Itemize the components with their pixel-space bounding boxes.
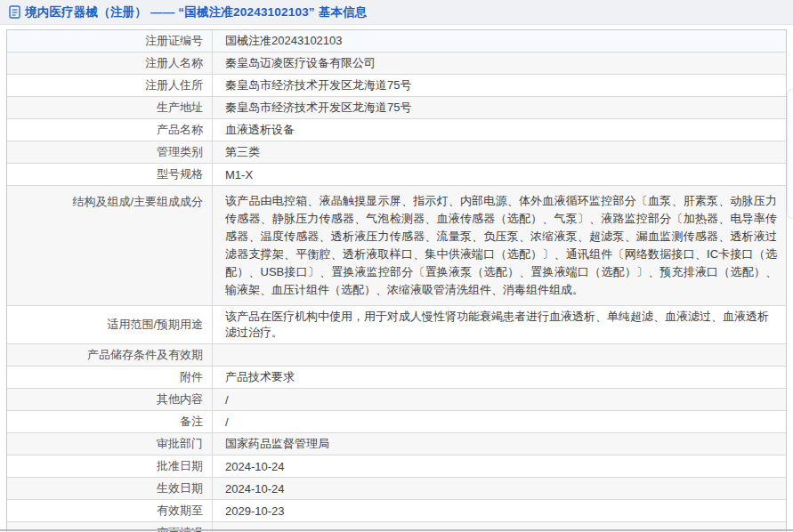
table-row-registration-number: 注册证编号 国械注准20243102103 [7, 30, 786, 52]
row-label: 型号规格 [7, 164, 213, 185]
registration-info-table: 注册证编号 国械注准20243102103 注册人名称 秦皇岛迈凌医疗设备有限公… [6, 29, 787, 532]
table-row-management-category: 管理类别 第三类 [7, 141, 786, 163]
table-row-attachment: 附件 产品技术要求 [7, 366, 786, 388]
table-row-effective-date: 生效日期 2024-10-24 [7, 477, 786, 499]
row-value: 国家药品监督管理局 [213, 433, 786, 455]
table-row-approval-department: 审批部门 国家药品监督管理局 [7, 432, 786, 455]
row-label: 适用范围/预期用途 [7, 306, 213, 343]
row-label: 备注 [7, 411, 213, 432]
table-row-other-content: 其他内容 / [7, 388, 786, 410]
table-row-model-spec: 型号规格 M1-X [7, 163, 786, 185]
row-value: M1-X [213, 164, 786, 185]
table-row-structure-composition: 结构及组成/主要组成成分 该产品由电控箱、液晶触摸显示屏、指示灯、内部电源、体外… [7, 185, 786, 305]
table-row-expiry-date: 有效期至 2029-10-23 [7, 499, 786, 521]
row-label: 注册人住所 [7, 75, 213, 96]
row-label: 批准日期 [7, 455, 213, 477]
table-row-storage-conditions: 产品储存条件及有效期 [7, 343, 786, 366]
row-value: / [213, 411, 786, 432]
row-value: 2029-10-23 [213, 500, 786, 521]
row-value: 第三类 [213, 141, 786, 163]
row-value: 产品技术要求 [213, 367, 786, 388]
table-row-registrant-name: 注册人名称 秦皇岛迈凌医疗设备有限公司 [7, 52, 786, 74]
row-value: 秦皇岛迈凌医疗设备有限公司 [213, 52, 786, 74]
row-value: 2024-10-24 [213, 455, 786, 477]
row-label: 产品储存条件及有效期 [7, 344, 213, 366]
row-value: 秦皇岛市经济技术开发区龙海道75号 [213, 75, 786, 96]
row-value: / [213, 389, 786, 410]
row-label: 结构及组成/主要组成成分 [7, 186, 213, 305]
row-label: 注册证编号 [7, 30, 213, 52]
row-value: 2024-10-24 [213, 478, 786, 499]
table-row-intended-use: 适用范围/预期用途 该产品在医疗机构中使用，用于对成人慢性肾功能衰竭患者进行血液… [7, 305, 786, 343]
collapsed-side-widget[interactable] [787, 89, 793, 219]
row-value [213, 344, 786, 366]
row-label: 管理类别 [7, 141, 213, 163]
table-row-product-name: 产品名称 血液透析设备 [7, 118, 786, 141]
row-label: 有效期至 [7, 500, 213, 521]
row-value: 该产品在医疗机构中使用，用于对成人慢性肾功能衰竭患者进行血液透析、单纯超滤、血液… [213, 306, 786, 343]
row-value: 该产品由电控箱、液晶触摸显示屏、指示灯、内部电源、体外血液循环监控部分〔血泵、肝… [213, 186, 786, 305]
row-label: 审批部门 [7, 433, 213, 455]
table-row-production-address: 生产地址 秦皇岛市经济技术开发区龙海道75号 [7, 96, 786, 118]
table-row-registrant-address: 注册人住所 秦皇岛市经济技术开发区龙海道75号 [7, 74, 786, 96]
row-label: 附件 [7, 367, 213, 388]
row-label: 注册人名称 [7, 52, 213, 74]
row-value: 国械注准20243102103 [213, 30, 786, 52]
row-value: 秦皇岛市经济技术开发区龙海道75号 [213, 97, 786, 118]
breadcrumb: 境内医疗器械（注册） —— “国械注准20243102103” 基本信息 [25, 4, 368, 20]
row-label: 产品名称 [7, 119, 213, 141]
document-icon [9, 5, 20, 19]
table-row-approval-date: 批准日期 2024-10-24 [7, 455, 786, 477]
page-bottom-border [0, 529, 793, 531]
table-row-remarks: 备注 / [7, 410, 786, 432]
row-label: 生效日期 [7, 478, 213, 499]
row-label: 生产地址 [7, 97, 213, 118]
breadcrumb-bar: 境内医疗器械（注册） —— “国械注准20243102103” 基本信息 [0, 0, 793, 25]
row-value: 血液透析设备 [213, 119, 786, 141]
row-label: 其他内容 [7, 389, 213, 410]
